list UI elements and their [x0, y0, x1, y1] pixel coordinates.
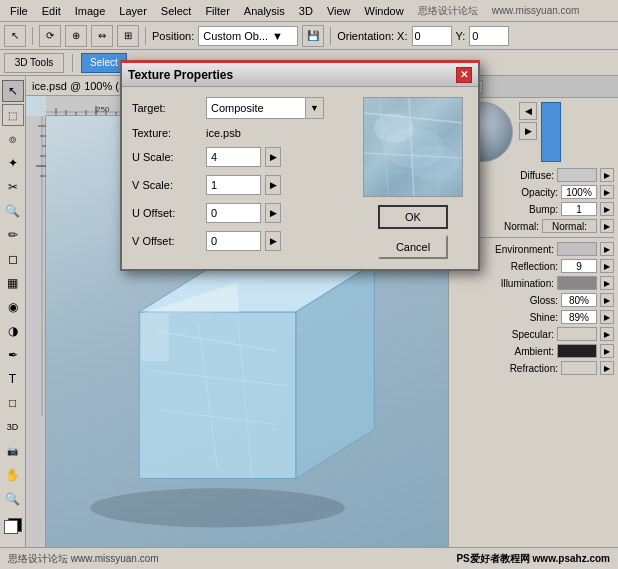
ambient-options-btn[interactable]: ▶ [600, 344, 614, 358]
u-offset-increment-btn[interactable]: ▶ [265, 203, 281, 223]
ok-button[interactable]: OK [378, 205, 448, 229]
eyedropper-tool[interactable]: 🔍 [2, 200, 24, 222]
menu-analysis[interactable]: Analysis [238, 3, 291, 19]
u-offset-label: U Offset: [132, 207, 202, 219]
svg-point-18 [90, 488, 345, 527]
rotate-tool-btn[interactable]: ⟳ [39, 25, 61, 47]
move-tool-btn[interactable]: ⊕ [65, 25, 87, 47]
menu-window[interactable]: Window [359, 3, 410, 19]
menu-bar: File Edit Image Layer Select Filter Anal… [0, 0, 618, 22]
menu-layer[interactable]: Layer [113, 3, 153, 19]
ambient-label: Ambient: [494, 346, 554, 357]
prev-material-btn[interactable]: ◀ [519, 102, 537, 120]
dialog-preview-section: OK Cancel [358, 97, 468, 259]
y-input[interactable] [469, 26, 509, 46]
menu-image[interactable]: Image [69, 3, 112, 19]
gloss-options-btn[interactable]: ▶ [600, 293, 614, 307]
magic-wand-tool[interactable]: ✦ [2, 152, 24, 174]
reflection-options-btn[interactable]: ▶ [600, 259, 614, 273]
environment-label: Environment: [494, 244, 554, 255]
environment-options-btn[interactable]: ▶ [600, 242, 614, 256]
environment-swatch[interactable] [557, 242, 597, 256]
shape-tool[interactable]: □ [2, 392, 24, 414]
menu-forum[interactable]: 思络设计论坛 [412, 2, 484, 20]
position-label: Position: [152, 30, 194, 42]
normal-dropdown[interactable]: Normal: [542, 219, 597, 233]
menu-filter[interactable]: Filter [199, 3, 235, 19]
toolbar-sep-1 [32, 27, 33, 45]
hand-tool[interactable]: ✋ [2, 464, 24, 486]
move-tool[interactable]: ↖ [2, 80, 24, 102]
target-dropdown-btn[interactable]: ▼ [306, 97, 324, 119]
ambient-swatch[interactable] [557, 344, 597, 358]
toolbar2-sep [72, 54, 73, 72]
gloss-row: Gloss: 80% ▶ [453, 293, 614, 307]
reflection-value: 9 [561, 259, 597, 273]
v-scale-input[interactable] [206, 175, 261, 195]
shine-options-btn[interactable]: ▶ [600, 310, 614, 324]
blur-tool[interactable]: ◉ [2, 296, 24, 318]
toolbar-sep-2 [145, 27, 146, 45]
transform-tool-btn[interactable]: ⊞ [117, 25, 139, 47]
illumination-label: Illumination: [494, 278, 554, 289]
specular-swatch[interactable] [557, 327, 597, 341]
status-right: PS爱好者教程网 www.psahz.com [456, 552, 610, 566]
menu-view[interactable]: View [321, 3, 357, 19]
u-scale-increment-btn[interactable]: ▶ [265, 147, 281, 167]
texture-preview-svg [364, 98, 463, 197]
brush-tool[interactable]: ✏ [2, 224, 24, 246]
bump-label: Bump: [498, 204, 558, 215]
texture-label: Texture: [132, 127, 202, 139]
u-offset-input[interactable] [206, 203, 261, 223]
dialog-close-btn[interactable]: ✕ [456, 67, 472, 83]
opacity-options-btn[interactable]: ▶ [600, 185, 614, 199]
lasso-tool[interactable]: ⌾ [2, 128, 24, 150]
v-offset-increment-btn[interactable]: ▶ [265, 231, 281, 251]
gradient-tool[interactable]: ▦ [2, 272, 24, 294]
position-save-btn[interactable]: 💾 [302, 25, 324, 47]
zoom-tool[interactable]: 🔍 [2, 488, 24, 510]
v-scale-increment-btn[interactable]: ▶ [265, 175, 281, 195]
u-scale-input[interactable] [206, 147, 261, 167]
menu-edit[interactable]: Edit [36, 3, 67, 19]
menu-file[interactable]: File [4, 3, 34, 19]
v-offset-input[interactable] [206, 231, 261, 251]
text-tool[interactable]: T [2, 368, 24, 390]
scale-tool-btn[interactable]: ⇔ [91, 25, 113, 47]
diffuse-options-btn[interactable]: ▶ [600, 168, 614, 182]
x-input[interactable] [412, 26, 452, 46]
gloss-value: 80% [561, 293, 597, 307]
illumination-row: Illumination: ▶ [453, 276, 614, 290]
3d-toolbar-options[interactable]: 3D Tools [4, 53, 64, 73]
dialog-titlebar[interactable]: Texture Properties ✕ [122, 63, 478, 87]
3d-object-tool[interactable]: 3D [2, 416, 24, 438]
cancel-button[interactable]: Cancel [378, 235, 448, 259]
v-scale-row: V Scale: ▶ [132, 175, 348, 195]
shine-value: 89% [561, 310, 597, 324]
menu-website[interactable]: www.missyuan.com [486, 3, 586, 18]
crop-tool[interactable]: ✂ [2, 176, 24, 198]
position-value: Custom Ob... [203, 30, 268, 42]
menu-3d[interactable]: 3D [293, 3, 319, 19]
dodge-tool[interactable]: ◑ [2, 320, 24, 342]
select-rect-tool[interactable]: ⬚ [2, 104, 24, 126]
illumination-options-btn[interactable]: ▶ [600, 276, 614, 290]
dialog-buttons: OK Cancel [378, 205, 448, 259]
position-dropdown[interactable]: Custom Ob... ▼ [198, 26, 298, 46]
illumination-swatch[interactable] [557, 276, 597, 290]
pen-tool[interactable]: ✒ [2, 344, 24, 366]
eraser-tool[interactable]: ◻ [2, 248, 24, 270]
fg-bg-colors[interactable] [2, 516, 24, 538]
3d-camera-tool[interactable]: 📷 [2, 440, 24, 462]
normal-options-btn[interactable]: ▶ [600, 219, 614, 233]
diffuse-swatch[interactable] [557, 168, 597, 182]
specular-options-btn[interactable]: ▶ [600, 327, 614, 341]
specular-label: Specular: [494, 329, 554, 340]
v-scale-label: V Scale: [132, 179, 202, 191]
refraction-options-btn[interactable]: ▶ [600, 361, 614, 375]
menu-select[interactable]: Select [155, 3, 198, 19]
bump-options-btn[interactable]: ▶ [600, 202, 614, 216]
next-material-btn[interactable]: ▶ [519, 122, 537, 140]
arrow-tool-btn[interactable]: ↖ [4, 25, 26, 47]
target-row: Target: Composite ▼ [132, 97, 348, 119]
